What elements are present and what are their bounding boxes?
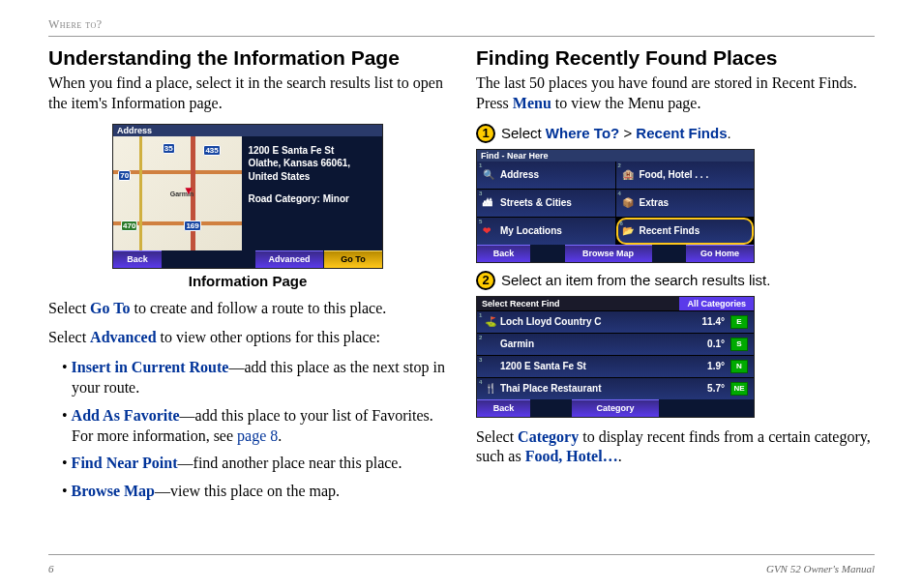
screenshot-caption: Information Page	[48, 273, 447, 289]
advanced-paragraph: Select Advanced to view other options fo…	[48, 328, 447, 348]
device-title-bar: Address	[113, 125, 382, 136]
menu-recent-finds[interactable]: 6📂Recent Finds	[616, 218, 755, 245]
road-category: Road Category: Minor	[248, 192, 376, 206]
list-item[interactable]: 2Garmin0.1°S	[477, 333, 754, 355]
step-number-icon: 2	[476, 271, 495, 290]
shield-icon: 470	[121, 220, 137, 231]
options-list: Insert in Current Route—add this place a…	[48, 358, 447, 502]
recent-finds-screenshot: Select Recent Find All Categories 1⛳Loch…	[476, 296, 755, 418]
address-line: 1200 E Santa Fe St	[248, 144, 376, 158]
shield-icon: 70	[118, 170, 131, 181]
direction-icon: S	[730, 338, 748, 351]
list-item[interactable]: 1⛳Loch Lloyd Country C11.4°E	[477, 310, 754, 333]
list-item: Find Near Point—find another place near …	[62, 454, 447, 474]
device-title-bar: Find - Near Here	[477, 150, 754, 162]
map-preview: 70 435 169 470 35 Garmin ▼	[113, 136, 242, 250]
address-detail-pane: 1200 E Santa Fe St Olathe, Kansas 66061,…	[242, 136, 382, 250]
menu-my-locations[interactable]: 5❤My Locations	[477, 218, 615, 245]
menu-extras[interactable]: 4📦Extras	[616, 190, 755, 217]
magnifier-icon: 🔍	[483, 169, 496, 181]
advanced-ref: Advanced	[90, 329, 156, 345]
direction-icon: E	[730, 315, 748, 329]
step-1: 1 Select Where To? > Recent Finds.	[476, 124, 875, 143]
goto-button[interactable]: Go To	[324, 250, 382, 268]
folder-icon: 📂	[622, 225, 636, 237]
information-page-screenshot: Address 70 435 169 470 35 Garmin ▼ 1200 …	[112, 124, 383, 269]
page-link[interactable]: page 8	[237, 427, 278, 444]
extras-icon: 📦	[622, 197, 636, 209]
flag-icon: ⛳	[485, 316, 496, 327]
list-item[interactable]: 4🍴Thai Place Restaurant5.7°NE	[477, 377, 754, 399]
browse-map-button[interactable]: Browse Map	[565, 245, 652, 262]
list-item: Insert in Current Route—add this place a…	[62, 358, 447, 398]
manual-title: GVN 52 Owner's Manual	[766, 563, 875, 574]
page-number: 6	[48, 563, 54, 574]
advanced-button[interactable]: Advanced	[255, 250, 323, 268]
right-intro: The last 50 places you have found are st…	[476, 74, 875, 114]
back-button[interactable]: Back	[477, 399, 530, 417]
find-menu-screenshot: Find - Near Here 1🔍Address 2🏨Food, Hotel…	[476, 149, 755, 263]
shield-icon: 169	[184, 220, 200, 231]
go-home-button[interactable]: Go Home	[686, 245, 754, 262]
right-heading: Finding Recently Found Places	[476, 46, 875, 70]
menu-address[interactable]: 1🔍Address	[477, 162, 615, 189]
two-column-layout: Understanding the Information Page When …	[48, 46, 875, 510]
list-header: Select Recent Find All Categories	[477, 297, 754, 310]
fork-icon: 🍴	[485, 383, 496, 394]
category-button[interactable]: Category	[572, 399, 659, 417]
back-button[interactable]: Back	[113, 250, 162, 268]
list-item: Add As Favorite—add this place to your l…	[62, 406, 447, 447]
shield-icon: 435	[203, 145, 220, 156]
all-categories-button[interactable]: All Categories	[679, 297, 754, 310]
header-rule	[48, 36, 875, 37]
back-button[interactable]: Back	[477, 245, 530, 262]
left-intro: When you find a place, select it in the …	[48, 74, 447, 114]
direction-icon: NE	[730, 382, 748, 396]
left-heading: Understanding the Information Page	[48, 46, 447, 70]
section-header: Where to?	[48, 17, 875, 32]
step-2: 2 Select an item from the search results…	[476, 271, 875, 290]
list-item[interactable]: 31200 E Santa Fe St1.9°N	[477, 355, 754, 377]
menu-food-hotel[interactable]: 2🏨Food, Hotel . . .	[616, 162, 755, 189]
city-icon: 🏙	[483, 197, 496, 209]
poi-icon: 🏨	[622, 169, 636, 181]
menu-streets[interactable]: 3🏙Streets & Cities	[477, 190, 615, 217]
shield-icon: 35	[163, 143, 175, 154]
page-footer: 6 GVN 52 Owner's Manual	[48, 563, 875, 574]
map-pin-icon: ▼	[183, 184, 194, 197]
left-column: Understanding the Information Page When …	[48, 46, 447, 510]
goto-ref: Go To	[90, 300, 130, 316]
list-item: Browse Map—view this place on the map.	[62, 482, 447, 502]
address-line: Olathe, Kansas 66061,	[248, 157, 376, 170]
step-number-icon: 1	[476, 124, 495, 143]
heart-icon: ❤	[483, 225, 496, 237]
address-line: United States	[248, 170, 376, 184]
footer-rule	[48, 554, 875, 555]
direction-icon: N	[730, 360, 748, 373]
right-column: Finding Recently Found Places The last 5…	[476, 46, 875, 510]
goto-paragraph: Select Go To to create and follow a rout…	[48, 299, 447, 319]
category-paragraph: Select Category to display recent finds …	[476, 427, 875, 468]
